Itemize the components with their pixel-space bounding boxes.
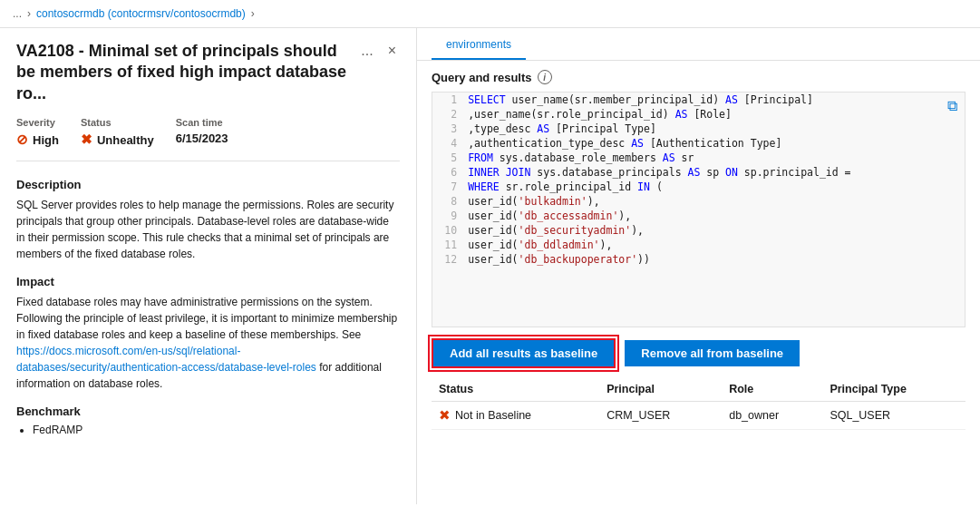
code-line-row: 7 WHERE sr.role_principal_id IN ( xyxy=(432,180,965,194)
line-number: 6 xyxy=(432,165,462,180)
unhealthy-icon: ✖ xyxy=(81,132,92,148)
right-panel: environments Query and results i ⧉ 1 SEL… xyxy=(417,28,980,504)
severity-value: ⊘ High xyxy=(16,132,59,148)
breadcrumb-db-link[interactable]: contosocrmdb (contocrmsrv/contosocrmdb) xyxy=(36,7,246,20)
code-line-row: 12 user_id('db_backupoperator')) xyxy=(432,252,965,267)
query-label: Query and results i xyxy=(432,70,965,84)
line-code: user_id('db_accessadmin'), xyxy=(462,209,965,223)
line-code: user_id('db_securityadmin'), xyxy=(462,223,965,238)
line-number: 12 xyxy=(432,252,462,267)
table-header-row: Status Principal Role Principal Type xyxy=(432,377,965,402)
line-code: ,user_name(sr.role_principal_id) AS [Rol… xyxy=(462,107,965,122)
principal-cell: CRM_USER xyxy=(599,402,722,430)
breadcrumb: ... › contosocrmdb (contocrmsrv/contosoc… xyxy=(0,0,980,28)
results-table: Status Principal Role Principal Type ✖No… xyxy=(432,377,965,430)
status-label: Status xyxy=(81,117,154,128)
line-number: 1 xyxy=(432,93,462,107)
col-role: Role xyxy=(722,377,822,402)
code-line-row: 3 ,type_desc AS [Principal Type] xyxy=(432,122,965,136)
query-label-text: Query and results xyxy=(432,71,532,84)
action-row: Add all results as baseline Remove all f… xyxy=(432,338,965,368)
description-text: SQL Server provides roles to help manage… xyxy=(16,197,400,262)
impact-text: Fixed database roles may have administra… xyxy=(16,294,400,392)
add-all-baseline-button[interactable]: Add all results as baseline xyxy=(432,338,616,368)
status-text: Unhealthy xyxy=(97,133,154,147)
line-number: 11 xyxy=(432,238,462,252)
col-principal: Principal xyxy=(599,377,722,402)
code-line-row: 10 user_id('db_securityadmin'), xyxy=(432,223,965,238)
principal-type-cell: SQL_USER xyxy=(822,402,965,430)
left-panel: VA2108 - Minimal set of principals shoul… xyxy=(0,28,417,504)
benchmark-title: Benchmark xyxy=(16,405,400,418)
status-text: Not in Baseline xyxy=(455,409,531,422)
title-actions: ... × xyxy=(357,41,400,61)
line-code: INNER JOIN sys.database_principals AS sp… xyxy=(462,165,965,180)
line-code: user_id('bulkadmin'), xyxy=(462,194,965,209)
scan-time-item: Scan time 6/15/2023 xyxy=(176,117,228,148)
tab-environments[interactable]: environments xyxy=(432,38,526,60)
status-value: ✖ Unhealthy xyxy=(81,132,154,148)
line-code: ,authentication_type_desc AS [Authentica… xyxy=(462,136,965,151)
breadcrumb-sep2: › xyxy=(251,7,255,20)
code-line-row: 2 ,user_name(sr.role_principal_id) AS [R… xyxy=(432,107,965,122)
code-line-row: 6 INNER JOIN sys.database_principals AS … xyxy=(432,165,965,180)
code-line-row: 11 user_id('db_ddladmin'), xyxy=(432,238,965,252)
code-table: 1 SELECT user_name(sr.member_principal_i… xyxy=(432,93,965,267)
impact-link[interactable]: https://docs.microsoft.com/en-us/sql/rel… xyxy=(16,345,316,374)
line-code: SELECT user_name(sr.member_principal_id)… xyxy=(462,93,965,107)
code-line-row: 8 user_id('bulkadmin'), xyxy=(432,194,965,209)
status-cell: ✖Not in Baseline xyxy=(432,402,599,430)
impact-title: Impact xyxy=(16,275,400,288)
benchmark-item: FedRAMP xyxy=(33,424,400,436)
line-number: 7 xyxy=(432,180,462,194)
close-button[interactable]: × xyxy=(384,41,400,61)
line-code: user_id('db_backupoperator')) xyxy=(462,252,965,267)
line-number: 8 xyxy=(432,194,462,209)
meta-row: Severity ⊘ High Status ✖ Unhealthy Scan … xyxy=(16,117,400,161)
code-block: ⧉ 1 SELECT user_name(sr.member_principal… xyxy=(432,92,965,327)
breadcrumb-ellipsis[interactable]: ... xyxy=(13,7,22,20)
title-ellipsis-button[interactable]: ... xyxy=(357,41,376,61)
page-title: VA2108 - Minimal set of principals shoul… xyxy=(16,41,350,104)
scan-date: 6/15/2023 xyxy=(176,132,228,145)
breadcrumb-sep1: › xyxy=(27,7,31,20)
line-code: WHERE sr.role_principal_id IN ( xyxy=(462,180,965,194)
copy-button[interactable]: ⧉ xyxy=(947,98,957,114)
scan-value: 6/15/2023 xyxy=(176,132,228,145)
line-number: 5 xyxy=(432,151,462,165)
status-item: Status ✖ Unhealthy xyxy=(81,117,154,148)
query-results-section: Query and results i ⧉ 1 SELECT user_name… xyxy=(417,70,980,504)
line-code: FROM sys.database_role_members AS sr xyxy=(462,151,965,165)
code-line-row: 1 SELECT user_name(sr.member_principal_i… xyxy=(432,93,965,107)
code-line-row: 9 user_id('db_accessadmin'), xyxy=(432,209,965,223)
severity-icon: ⊘ xyxy=(16,132,28,148)
col-principal-type: Principal Type xyxy=(822,377,965,402)
severity-label: Severity xyxy=(16,117,59,128)
line-number: 9 xyxy=(432,209,462,223)
scan-label: Scan time xyxy=(176,117,228,128)
line-number: 4 xyxy=(432,136,462,151)
line-number: 10 xyxy=(432,223,462,238)
info-icon[interactable]: i xyxy=(538,70,552,84)
description-title: Description xyxy=(16,178,400,191)
line-number: 2 xyxy=(432,107,462,122)
page-title-container: VA2108 - Minimal set of principals shoul… xyxy=(16,41,400,104)
benchmark-list: FedRAMP xyxy=(33,424,400,436)
code-line-row: 4 ,authentication_type_desc AS [Authenti… xyxy=(432,136,965,151)
status-error-icon: ✖ xyxy=(439,407,451,424)
severity-item: Severity ⊘ High xyxy=(16,117,59,148)
line-number: 3 xyxy=(432,122,462,136)
remove-all-baseline-button[interactable]: Remove all from baseline xyxy=(625,340,800,366)
line-code: ,type_desc AS [Principal Type] xyxy=(462,122,965,136)
role-cell: db_owner xyxy=(722,402,822,430)
code-line-row: 5 FROM sys.database_role_members AS sr xyxy=(432,151,965,165)
line-code: user_id('db_ddladmin'), xyxy=(462,238,965,252)
severity-text: High xyxy=(33,133,59,147)
table-row: ✖Not in BaselineCRM_USERdb_ownerSQL_USER xyxy=(432,402,965,430)
col-status: Status xyxy=(432,377,599,402)
tab-bar: environments xyxy=(417,37,980,61)
